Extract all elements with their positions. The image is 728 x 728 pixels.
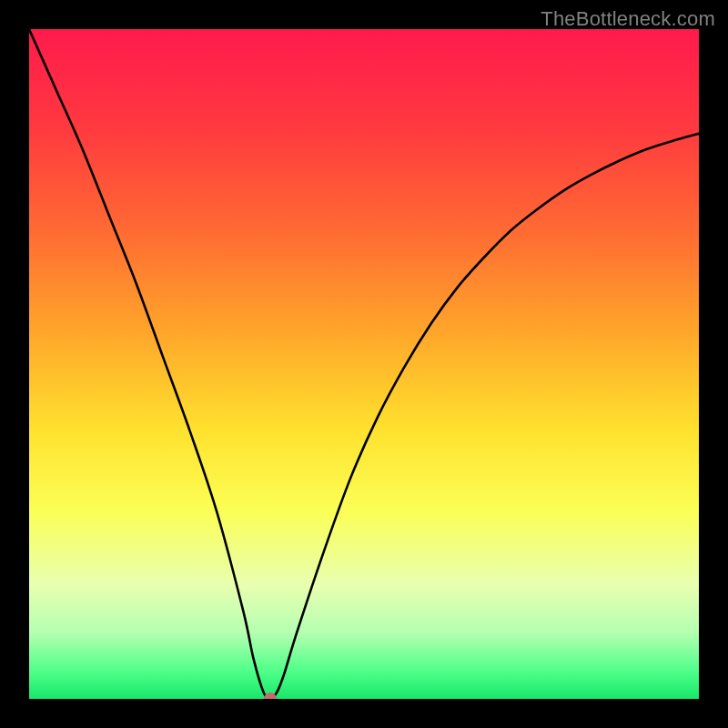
plot-area [29,29,699,699]
watermark-text: TheBottleneck.com [541,7,715,31]
bottleneck-chart [29,29,699,699]
gradient-background [29,29,699,699]
chart-frame: TheBottleneck.com [0,0,728,728]
